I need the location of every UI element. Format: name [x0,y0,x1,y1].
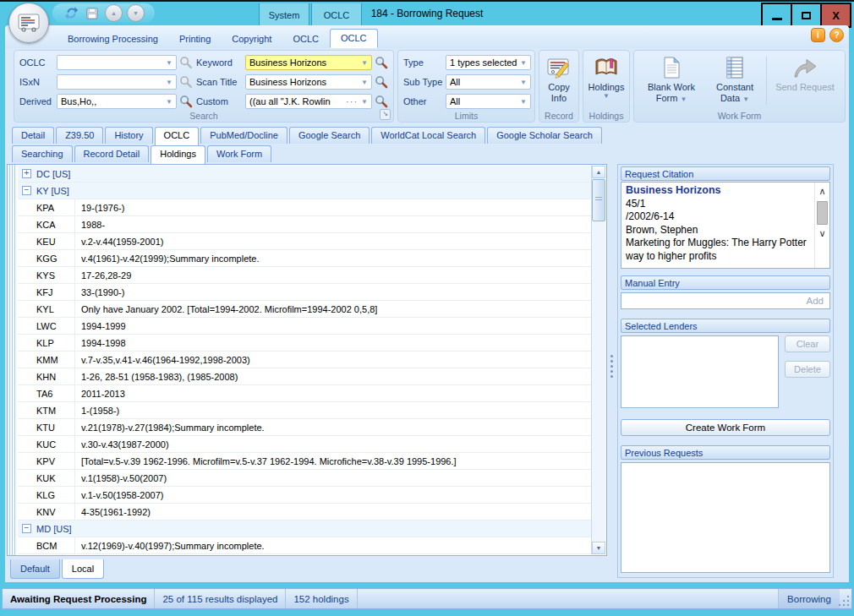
send-request-button[interactable]: Send Request [769,53,841,108]
ribbon-tab[interactable]: Borrowing Processing [57,30,168,48]
holdings-row[interactable]: TA6 2011-2013 [18,385,592,402]
scrollbar-thumb[interactable] [817,201,828,225]
keyword-search-input[interactable]: Business Horizons▼ [245,55,372,70]
application-menu-button[interactable] [8,3,49,43]
holdings-row[interactable]: KTM 1-(1958-) [18,402,592,419]
view-tab[interactable]: Searching [12,145,73,162]
dropdown-arrow-icon[interactable]: ▼ [359,98,371,106]
holdings-row[interactable]: − KY [US] [18,183,592,199]
isxn-search-button[interactable] [177,74,194,91]
holdings-row[interactable]: KTU v.21(1978)-v.27(1984);Summary incomp… [18,419,592,436]
holdings-row[interactable]: LWC 1994-1999 [18,318,592,335]
scroll-down-icon[interactable]: ▼ [592,542,605,554]
scan-title-search-input[interactable]: Business Horizons▼ [245,74,372,90]
manual-entry-input[interactable]: Add [621,292,830,309]
holdings-row[interactable]: KMM v.7-v.35,v.41-v.46(1964-1992,1998-20… [18,352,592,368]
previous-record-button[interactable]: ▲ [105,4,123,22]
holdings-display-tab[interactable]: Local [62,559,104,579]
scrollbar-thumb[interactable] [592,179,605,221]
create-work-form-button[interactable]: Create Work Form [621,419,830,436]
type-select[interactable]: 1 types selected▼ [446,55,531,70]
holdings-row[interactable]: KFJ 33-(1990-) [18,284,592,301]
view-tab[interactable]: Holdings [151,145,205,164]
source-tab[interactable]: WorldCat Local Search [371,127,485,144]
dropdown-arrow-icon[interactable]: ▼ [359,59,371,67]
dropdown-arrow-icon[interactable]: ▼ [359,79,371,86]
group-expander-icon[interactable]: − [22,524,31,533]
dropdown-arrow-icon[interactable]: ▼ [164,98,176,106]
dropdown-arrow-icon[interactable]: ▼ [518,79,530,86]
minimize-button[interactable] [761,3,792,28]
ribbon-tab[interactable]: OCLC [330,29,378,48]
scroll-up-icon[interactable]: ▲ [592,166,605,178]
help-icon[interactable]: ? [829,28,844,42]
custom-search-button[interactable] [372,93,390,111]
copy-info-button[interactable]: Copy Info [543,53,575,106]
add-button[interactable]: Add [807,296,829,306]
ellipsis-button[interactable]: ··· [344,96,359,106]
isxn-search-input[interactable]: ▼ [57,74,177,90]
holdings-row[interactable]: BCM v.12(1969)-v.40(1997);Summary incomp… [18,537,592,554]
source-tab[interactable]: OCLC [155,127,200,145]
blank-work-form-button[interactable]: Blank Work Form ▼ [638,53,705,108]
scroll-up-icon[interactable]: ∧ [818,183,825,201]
next-record-button[interactable]: ▼ [127,4,145,22]
save-button[interactable] [84,5,101,22]
source-tab[interactable]: History [105,127,152,144]
oclc-search-button[interactable] [177,54,194,72]
holdings-row[interactable]: KCA 1988- [18,216,592,233]
keyword-search-button[interactable] [372,54,390,72]
delete-button[interactable]: Delete [785,361,830,378]
clear-button[interactable]: Clear [785,335,830,352]
holdings-row[interactable]: − MD [US] [18,521,592,537]
dropdown-arrow-icon[interactable]: ▼ [518,98,530,106]
holdings-row[interactable]: KNV 4-35(1961-1992) [18,504,592,521]
sub-type-select[interactable]: All▼ [446,74,531,90]
other-select[interactable]: All▼ [446,94,531,109]
ribbon-tab[interactable]: Printing [169,30,221,48]
holdings-row[interactable]: + DC [US] [18,166,592,183]
scroll-down-icon[interactable]: ∨ [818,225,825,243]
source-tab[interactable]: PubMed/Docline [200,127,287,144]
holdings-display-tab[interactable]: Default [10,559,60,579]
holdings-row[interactable]: KEU v.2-v.44(1959-2001) [18,233,592,250]
resize-grip-icon[interactable] [840,589,851,608]
derived-search-button[interactable] [177,93,194,111]
holdings-row[interactable]: KYS 17-26,28-29 [18,267,592,284]
holdings-row[interactable]: KLG v.1-v.50(1958-2007) [18,487,592,504]
source-tab[interactable]: Detail [12,127,54,144]
source-tab[interactable]: Z39.50 [56,127,103,144]
holdings-row[interactable]: KPV [Total=v.5-v.39 1962-1996. Microfilm… [18,453,592,470]
group-expander-icon[interactable]: − [22,186,31,195]
holdings-row[interactable]: KUK v.1(1958)-v.50(2007) [18,470,592,487]
holdings-row[interactable]: KLP 1994-1998 [18,335,592,352]
custom-search-input[interactable]: ((au all "J.K. Rowling") And (ti ...···▼ [245,94,372,109]
dropdown-arrow-icon[interactable]: ▼ [164,59,176,67]
derived-search-input[interactable]: Bus,Ho,,▼ [57,94,177,109]
oclc-search-input[interactable]: ▼ [57,55,177,70]
panel-splitter[interactable] [607,164,617,556]
refresh-button[interactable] [63,5,79,22]
dropdown-arrow-icon[interactable]: ▼ [164,79,176,86]
ribbon-tab[interactable]: OCLC [282,30,329,48]
view-tab[interactable]: Work Form [207,145,271,162]
holdings-row[interactable]: KUC v.30-v.43(1987-2000) [18,436,592,453]
close-button[interactable]: X [820,3,851,28]
dropdown-arrow-icon[interactable]: ▼ [518,59,530,67]
holdings-row[interactable]: KYL Only have January 2002. [Total=1994-… [18,301,592,318]
selected-lenders-listbox[interactable] [621,335,779,408]
feedback-icon[interactable]: i [811,28,825,42]
scan-title-search-button[interactable] [372,74,390,91]
citation-scrollbar[interactable]: ∧ ∨ [814,183,829,268]
group-expander-icon[interactable]: + [22,169,31,178]
holdings-button[interactable]: Holdings ▼ [587,53,626,101]
holdings-row[interactable]: KPA 19-(1976-) [18,199,592,216]
maximize-button[interactable] [791,3,822,28]
ribbon-tab[interactable]: Copyright [222,30,282,48]
dialog-launcher-icon[interactable]: ↘ [380,109,391,120]
holdings-row[interactable]: KHN 1-26, 28-51 (1958-1983), (1985-2008) [18,368,592,385]
source-tab[interactable]: Google Search [289,127,370,144]
source-tab[interactable]: Google Scholar Search [487,127,602,144]
constant-data-button[interactable]: Constant Data ▼ [705,53,764,108]
holdings-row[interactable]: KGG v.4(1961)-v.42(1999);Summary incompl… [18,250,592,267]
